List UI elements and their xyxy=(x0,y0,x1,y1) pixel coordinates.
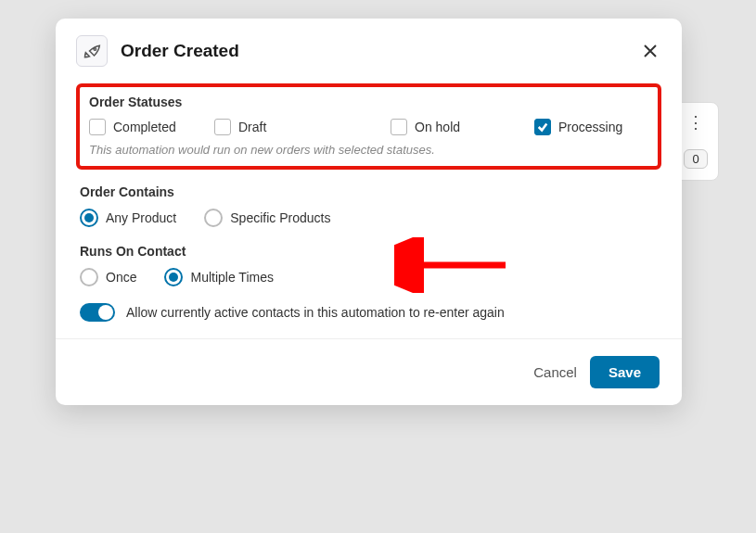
order-statuses-section: Order Statuses Completed Draft On hold xyxy=(76,83,661,170)
cancel-button[interactable]: Cancel xyxy=(533,364,577,380)
checkbox-onhold[interactable]: On hold xyxy=(391,119,534,135)
radio-label: Once xyxy=(106,270,136,285)
rocket-icon xyxy=(76,35,108,67)
count-badge: 0 xyxy=(684,149,707,169)
runs-on-contact-options: Once Multiple Times xyxy=(80,268,658,286)
order-statuses-helper: This automation would run on new orders … xyxy=(89,143,648,157)
radio-icon xyxy=(204,209,223,227)
checkbox-label: Draft xyxy=(238,120,266,134)
checkbox-icon xyxy=(391,119,407,135)
reenter-toggle[interactable] xyxy=(80,303,115,322)
runs-on-contact-label: Runs On Contact xyxy=(80,244,658,259)
order-created-modal: Order Created Order Statuses Completed D… xyxy=(56,19,682,405)
checkbox-completed[interactable]: Completed xyxy=(89,119,214,135)
order-statuses-label: Order Statuses xyxy=(89,95,648,109)
radio-specific-products[interactable]: Specific Products xyxy=(204,209,330,227)
more-icon[interactable]: ⋮ xyxy=(687,114,704,131)
modal-title: Order Created xyxy=(121,41,639,61)
radio-multiple-times[interactable]: Multiple Times xyxy=(164,268,273,286)
order-contains-section: Order Contains Any Product Specific Prod… xyxy=(76,184,661,227)
radio-icon-selected xyxy=(80,209,98,227)
checkbox-label: Processing xyxy=(558,120,622,134)
modal-body: Order Statuses Completed Draft On hold xyxy=(56,80,682,338)
modal-header: Order Created xyxy=(56,19,682,80)
checkbox-label: Completed xyxy=(113,120,176,134)
close-icon xyxy=(643,44,658,58)
order-contains-options: Any Product Specific Products xyxy=(80,209,658,227)
checkbox-label: On hold xyxy=(415,120,460,134)
checkbox-icon xyxy=(89,119,106,135)
radio-once[interactable]: Once xyxy=(80,268,136,286)
runs-on-contact-section: Runs On Contact Once Multiple Times xyxy=(76,244,661,286)
checkbox-processing[interactable]: Processing xyxy=(534,119,648,135)
order-contains-label: Order Contains xyxy=(80,184,658,199)
checkbox-icon-checked xyxy=(534,119,551,135)
reenter-toggle-row: Allow currently active contacts in this … xyxy=(76,303,661,322)
order-statuses-options: Completed Draft On hold Processing xyxy=(89,119,648,135)
modal-footer: Cancel Save xyxy=(56,338,682,405)
close-button[interactable] xyxy=(639,40,661,62)
reenter-toggle-label: Allow currently active contacts in this … xyxy=(126,305,505,320)
radio-icon xyxy=(80,268,98,286)
save-button[interactable]: Save xyxy=(590,356,660,388)
radio-label: Multiple Times xyxy=(190,270,273,285)
radio-label: Any Product xyxy=(106,210,176,225)
checkbox-draft[interactable]: Draft xyxy=(214,119,391,135)
radio-label: Specific Products xyxy=(230,210,330,225)
radio-any-product[interactable]: Any Product xyxy=(80,209,176,227)
radio-icon-selected xyxy=(164,268,183,286)
checkbox-icon xyxy=(214,119,231,135)
